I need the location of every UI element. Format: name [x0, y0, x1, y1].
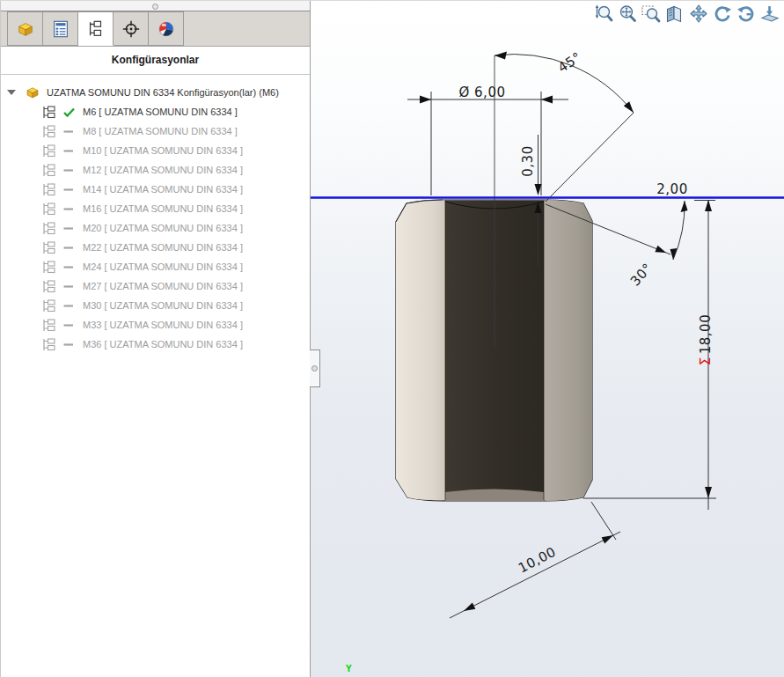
configuration-icon	[42, 241, 57, 254]
part-icon	[24, 85, 41, 100]
graphics-area[interactable]: Ø 6,00 45° 0,30 2,00 30° Σ18,00 10,00 Y	[311, 1, 784, 677]
config-item-m22[interactable]: M22 [ UZATMA SOMUNU DIN 6334 ]	[1, 238, 310, 257]
configuration-tree-root[interactable]: UZATMA SOMUNU DIN 6334 Konfigürasyon(lar…	[1, 83, 310, 102]
config-item-m20[interactable]: M20 [ UZATMA SOMUNU DIN 6334 ]	[1, 218, 310, 238]
inactive-dash-icon	[63, 265, 76, 269]
config-item-label: M6 [ UZATMA SOMUNU DIN 6334 ]	[83, 107, 238, 117]
config-item-label: M24 [ UZATMA SOMUNU DIN 6334 ]	[83, 261, 243, 272]
nut-left-face	[396, 200, 445, 500]
config-item-label: M30 [ UZATMA SOMUNU DIN 6334 ]	[83, 300, 243, 311]
pan-icon[interactable]	[687, 3, 709, 26]
zoom-in-out-icon[interactable]	[592, 3, 614, 26]
previous-view-icon[interactable]	[663, 3, 685, 26]
configuration-icon	[42, 106, 57, 119]
target-icon	[121, 19, 141, 39]
config-item-label: M16 [ UZATMA SOMUNU DIN 6334 ]	[83, 203, 243, 214]
dim-side-angle[interactable]: 30°	[627, 261, 656, 290]
configuration-icon	[42, 202, 57, 216]
dim-chamfer-depth[interactable]: 0,30	[520, 145, 536, 176]
config-item-m6[interactable]: M6 [ UZATMA SOMUNU DIN 6334 ]	[1, 102, 310, 121]
dim-top-angle[interactable]: 45°	[555, 49, 584, 76]
config-item-m12[interactable]: M12 [ UZATMA SOMUNU DIN 6334 ]	[1, 160, 310, 180]
inactive-dash-icon	[63, 246, 76, 250]
inactive-dash-icon	[63, 207, 76, 211]
configuration-icon	[42, 144, 57, 158]
inactive-dash-icon	[63, 129, 76, 134]
root-configuration-label: UZATMA SOMUNU DIN 6334 Konfigürasyon(lar…	[47, 87, 279, 98]
inactive-dash-icon	[63, 188, 76, 192]
config-item-label: M33 [ UZATMA SOMUNU DIN 6334 ]	[83, 320, 243, 330]
splitter-grip-icon[interactable]	[152, 4, 158, 10]
dim-bore-diameter[interactable]: Ø 6,00	[459, 85, 506, 100]
config-item-m27[interactable]: M27 [ UZATMA SOMUNU DIN 6334 ]	[1, 276, 310, 296]
config-item-label: M20 [ UZATMA SOMUNU DIN 6334 ]	[83, 223, 243, 233]
collapse-arrow-icon[interactable]	[7, 90, 16, 95]
configurations-icon	[86, 19, 106, 39]
config-item-m33[interactable]: M33 [ UZATMA SOMUNU DIN 6334 ]	[1, 315, 310, 335]
config-item-m14[interactable]: M14 [ UZATMA SOMUNU DIN 6334 ]	[1, 180, 310, 199]
inactive-dash-icon	[63, 149, 76, 153]
zoom-to-fit-icon[interactable]	[616, 3, 638, 26]
sigma-link-icon: Σ	[698, 357, 714, 365]
config-item-label: M10 [ UZATMA SOMUNU DIN 6334 ]	[83, 145, 243, 156]
splitter-grip-icon	[311, 365, 318, 372]
config-item-m8[interactable]: M8 [ UZATMA SOMUNU DIN 6334 ]	[1, 121, 310, 141]
config-item-label: M36 [ UZATMA SOMUNU DIN 6334 ]	[83, 339, 243, 350]
appearance-sphere-icon	[157, 19, 176, 39]
dimxpertmanager-tab[interactable]	[114, 11, 149, 46]
configuration-icon	[42, 319, 57, 332]
configuration-manager-panel: Konfigürasyonlar UZATMA SOMUNU DIN 6334 …	[0, 1, 311, 677]
heads-up-view-toolbar	[592, 3, 780, 26]
property-list-icon	[51, 19, 70, 39]
config-item-m24[interactable]: M24 [ UZATMA SOMUNU DIN 6334 ]	[1, 257, 310, 276]
configuration-icon	[42, 164, 57, 177]
inactive-dash-icon	[63, 168, 76, 173]
model-drawing[interactable]: Ø 6,00 45° 0,30 2,00 30° Σ18,00 10,00 Y	[311, 1, 784, 677]
inactive-dash-icon	[63, 226, 76, 231]
dim-width-across-flats[interactable]: 10,00	[516, 544, 559, 577]
config-item-m10[interactable]: M10 [ UZATMA SOMUNU DIN 6334 ]	[1, 141, 310, 160]
normal-to-icon[interactable]	[758, 3, 780, 26]
panel-top-splitter[interactable]	[1, 1, 310, 11]
configuration-icon	[42, 222, 57, 235]
propertymanager-tab[interactable]	[43, 11, 78, 46]
configuration-icon	[42, 261, 57, 274]
config-item-label: M12 [ UZATMA SOMUNU DIN 6334 ]	[83, 165, 243, 175]
config-item-label: M14 [ UZATMA SOMUNU DIN 6334 ]	[83, 184, 243, 195]
config-item-label: M8 [ UZATMA SOMUNU DIN 6334 ]	[83, 126, 238, 136]
active-check-icon	[63, 107, 76, 117]
configuration-icon	[42, 338, 57, 351]
triad-y-label: Y	[346, 663, 352, 674]
configuration-tree: UZATMA SOMUNU DIN 6334 Konfigürasyon(lar…	[1, 75, 310, 354]
config-item-label: M22 [ UZATMA SOMUNU DIN 6334 ]	[83, 242, 243, 253]
panel-resize-handle[interactable]	[310, 350, 320, 387]
hex-nut-model[interactable]	[396, 200, 592, 501]
inactive-dash-icon	[63, 284, 76, 289]
dim-height[interactable]: Σ18,00	[698, 314, 714, 365]
config-item-m30[interactable]: M30 [ UZATMA SOMUNU DIN 6334 ]	[1, 296, 310, 315]
config-item-label: M27 [ UZATMA SOMUNU DIN 6334 ]	[83, 281, 243, 291]
config-item-m36[interactable]: M36 [ UZATMA SOMUNU DIN 6334 ]	[1, 335, 310, 354]
config-item-m16[interactable]: M16 [ UZATMA SOMUNU DIN 6334 ]	[1, 199, 310, 218]
part-icon	[16, 19, 35, 39]
configuration-list: M6 [ UZATMA SOMUNU DIN 6334 ]M8 [ UZATMA…	[1, 102, 310, 354]
configuration-icon	[42, 299, 57, 313]
configuration-icon	[42, 280, 57, 293]
dim-edge-length[interactable]: 2,00	[656, 181, 687, 197]
zoom-to-area-icon[interactable]	[640, 3, 662, 26]
configuration-icon	[42, 125, 57, 138]
panel-title: Konfigürasyonlar	[1, 47, 310, 75]
manager-tab-bar	[1, 11, 310, 47]
featuremanager-tab[interactable]	[7, 11, 43, 46]
inactive-dash-icon	[63, 342, 76, 347]
nut-bottom-chamfer	[445, 489, 544, 502]
displaymanager-tab[interactable]	[149, 11, 184, 46]
nut-right-face	[544, 200, 592, 501]
inactive-dash-icon	[63, 323, 76, 327]
configurationmanager-tab[interactable]	[78, 11, 114, 46]
inactive-dash-icon	[63, 304, 76, 308]
rotate-view-icon[interactable]	[711, 3, 733, 26]
roll-view-icon[interactable]	[735, 3, 757, 26]
configuration-icon	[42, 183, 57, 196]
